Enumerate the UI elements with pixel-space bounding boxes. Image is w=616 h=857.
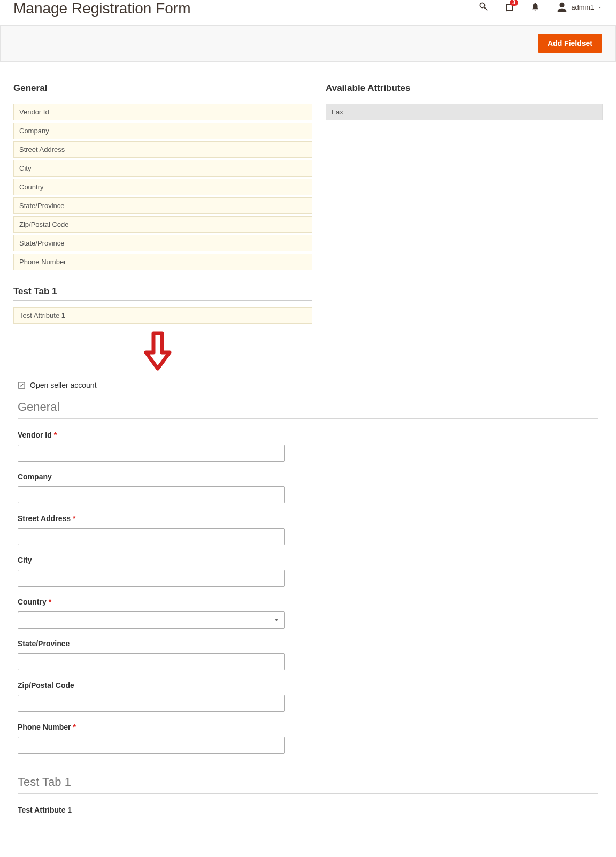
add-fieldset-button[interactable]: Add Fieldset xyxy=(538,34,602,53)
toolbar: Add Fieldset xyxy=(0,25,616,62)
open-seller-checkbox[interactable]: Open seller account xyxy=(18,381,598,389)
vendor-id-input[interactable] xyxy=(18,445,285,462)
list-item[interactable]: Vendor Id xyxy=(13,104,312,120)
phone-label: Phone Number* xyxy=(18,723,285,731)
alert-icon[interactable] xyxy=(530,2,540,13)
state-label: State/Province xyxy=(18,639,285,648)
list-item[interactable]: State/Province xyxy=(13,197,312,214)
list-item[interactable]: City xyxy=(13,160,312,177)
preview-testtab-title: Test Tab 1 xyxy=(18,775,598,794)
checkbox-checked-icon xyxy=(18,381,26,389)
company-label: Company xyxy=(18,472,285,481)
list-item[interactable]: Company xyxy=(13,123,312,139)
list-item[interactable]: Zip/Postal Code xyxy=(13,216,312,233)
section-available-title: Available Attributes xyxy=(326,83,603,97)
street-label: Street Address* xyxy=(18,514,285,523)
zip-input[interactable] xyxy=(18,695,285,712)
preview-general-title: General xyxy=(18,400,598,419)
state-input[interactable] xyxy=(18,653,285,670)
list-item[interactable]: Street Address xyxy=(13,141,312,158)
list-item[interactable]: State/Province xyxy=(13,235,312,251)
testtab-field-list: Test Attribute 1 xyxy=(13,307,312,324)
user-name: admin1 xyxy=(571,3,594,11)
zip-label: Zip/Postal Code xyxy=(18,681,285,690)
list-item[interactable]: Test Attribute 1 xyxy=(13,307,312,324)
chevron-down-icon xyxy=(273,617,280,623)
open-seller-label: Open seller account xyxy=(30,381,97,389)
section-general-title: General xyxy=(13,83,312,97)
list-item[interactable]: Phone Number xyxy=(13,254,312,270)
company-input[interactable] xyxy=(18,486,285,503)
chevron-down-icon xyxy=(597,5,603,10)
general-field-list: Vendor Id Company Street Address City Co… xyxy=(13,104,312,270)
search-icon[interactable] xyxy=(478,1,489,13)
page-title: Manage Registration Form xyxy=(13,0,478,17)
list-item[interactable]: Country xyxy=(13,179,312,195)
vendor-id-label: Vendor Id* xyxy=(18,431,285,439)
user-menu[interactable]: admin1 xyxy=(556,2,603,13)
phone-input[interactable] xyxy=(18,737,285,754)
test-attr1-label: Test Attribute 1 xyxy=(18,806,285,814)
country-select[interactable] xyxy=(18,611,285,629)
street-input[interactable] xyxy=(18,528,285,545)
available-attribute-list: Fax xyxy=(326,104,603,120)
section-testtab-title: Test Tab 1 xyxy=(13,286,312,301)
arrow-down-icon xyxy=(13,326,603,381)
notification-badge: 3 xyxy=(510,0,518,6)
list-item[interactable]: Fax xyxy=(326,104,603,120)
city-input[interactable] xyxy=(18,570,285,587)
notifications-icon[interactable]: 3 xyxy=(505,3,514,12)
city-label: City xyxy=(18,556,285,564)
country-label: Country* xyxy=(18,598,285,606)
